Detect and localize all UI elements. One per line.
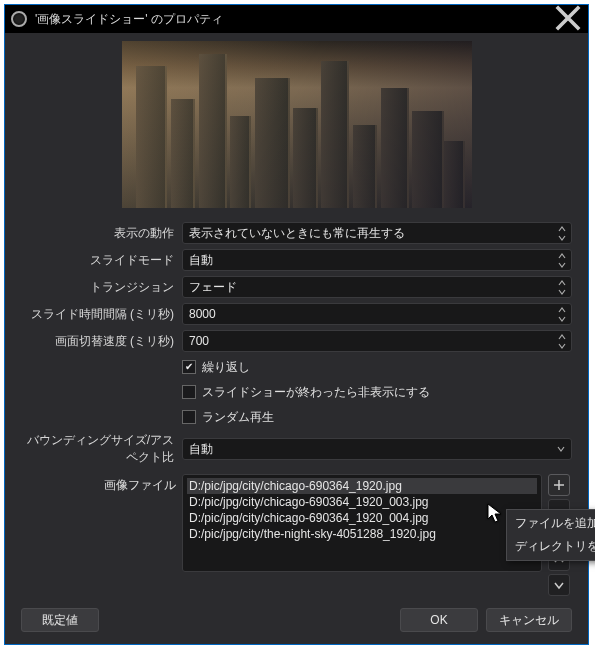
cancel-button[interactable]: キャンセル: [486, 608, 572, 632]
loop-checkbox[interactable]: [182, 360, 196, 374]
ok-button[interactable]: OK: [400, 608, 478, 632]
chevron-down-icon: [554, 233, 570, 242]
slide-mode-dropdown[interactable]: 自動: [182, 249, 572, 271]
list-item[interactable]: D:/pic/jpg/city/chicago-690364_1920.jpg: [187, 478, 537, 494]
random-checkbox[interactable]: [182, 410, 196, 424]
chevron-down-icon: [554, 287, 570, 296]
spinner-down-icon[interactable]: [554, 341, 570, 350]
list-item[interactable]: D:/pic/jpg/city/chicago-690364_1920_004.…: [187, 510, 537, 526]
chevron-up-icon: [554, 278, 570, 287]
chevron-up-icon: [554, 224, 570, 233]
label-image-files: 画像ファイル: [21, 474, 176, 596]
label-visibility: 表示の動作: [21, 225, 176, 242]
slide-interval-input[interactable]: 8000: [182, 303, 572, 325]
switch-speed-input[interactable]: 700: [182, 330, 572, 352]
preview-image: [122, 41, 472, 208]
add-file-context-menu: ファイルを追加 ディレクトリを追加: [506, 509, 595, 561]
chevron-down-icon: [554, 260, 570, 269]
transition-dropdown[interactable]: フェード: [182, 276, 572, 298]
slide-mode-value: 自動: [189, 252, 213, 269]
random-label: ランダム再生: [202, 409, 274, 426]
hide-after-end-label: スライドショーが終わったら非表示にする: [202, 384, 430, 401]
menu-item-add-directory[interactable]: ディレクトリを追加: [507, 535, 595, 558]
visibility-value: 表示されていないときにも常に再生する: [189, 225, 405, 242]
properties-dialog: '画像スライドショー' のプロパティ 表示の動作 表示されていないときにも常に再…: [4, 4, 589, 645]
random-checkbox-row[interactable]: ランダム再生: [182, 407, 572, 427]
app-icon: [11, 11, 27, 27]
list-item[interactable]: D:/pic/jpg/city/chicago-690364_1920_003.…: [187, 494, 537, 510]
label-slide-mode: スライドモード: [21, 252, 176, 269]
bounding-value: 自動: [189, 441, 213, 458]
loop-label: 繰り返し: [202, 359, 250, 376]
visibility-dropdown[interactable]: 表示されていないときにも常に再生する: [182, 222, 572, 244]
hide-after-end-checkbox-row[interactable]: スライドショーが終わったら非表示にする: [182, 382, 572, 402]
hide-after-end-checkbox[interactable]: [182, 385, 196, 399]
titlebar: '画像スライドショー' のプロパティ: [5, 5, 588, 33]
chevron-down-icon: [553, 579, 565, 591]
chevron-down-icon: [557, 446, 565, 452]
spinner-down-icon[interactable]: [554, 314, 570, 323]
image-file-list[interactable]: D:/pic/jpg/city/chicago-690364_1920.jpg …: [182, 474, 542, 572]
spinner-up-icon[interactable]: [554, 332, 570, 341]
label-bounding: バウンディングサイズ/アスペクト比: [21, 432, 176, 466]
label-switch-speed: 画面切替速度 (ミリ秒): [21, 333, 176, 350]
defaults-button[interactable]: 既定値: [21, 608, 99, 632]
bounding-dropdown[interactable]: 自動: [182, 438, 572, 460]
list-item[interactable]: D:/pic/jpg/city/the-night-sky-4051288_19…: [187, 526, 537, 542]
slide-interval-value: 8000: [189, 307, 216, 321]
close-button[interactable]: [554, 4, 582, 35]
move-down-button[interactable]: [548, 574, 570, 596]
label-slide-interval: スライド時間間隔 (ミリ秒): [21, 306, 176, 323]
loop-checkbox-row[interactable]: 繰り返し: [182, 357, 572, 377]
transition-value: フェード: [189, 279, 237, 296]
switch-speed-value: 700: [189, 334, 209, 348]
window-title: '画像スライドショー' のプロパティ: [35, 11, 554, 28]
add-file-button[interactable]: [548, 474, 570, 496]
plus-icon: [553, 479, 565, 491]
menu-item-add-file[interactable]: ファイルを追加: [507, 512, 595, 535]
spinner-up-icon[interactable]: [554, 305, 570, 314]
chevron-up-icon: [554, 251, 570, 260]
label-transition: トランジション: [21, 279, 176, 296]
